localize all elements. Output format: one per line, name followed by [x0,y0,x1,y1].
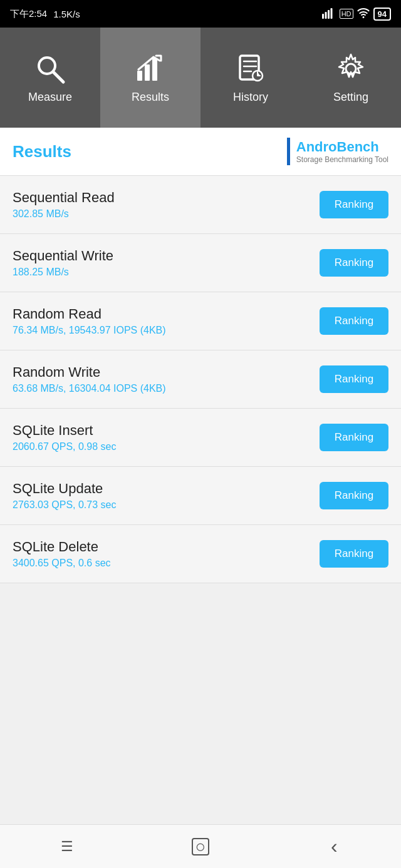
result-value-sequential-read: 302.85 MB/s [13,208,115,220]
tab-measure-label: Measure [28,91,72,104]
results-title: Results [13,142,71,161]
ranking-btn-random-write[interactable]: Ranking [320,365,388,393]
result-row-sqlite-insert: SQLite Insert 2060.67 QPS, 0.98 sec Rank… [0,409,401,467]
tab-navigation: Measure Results History [0,28,401,128]
brand-subtitle: Storage Benchmarking Tool [296,155,388,164]
svg-rect-2 [328,10,330,19]
bottom-nav: ☰ ○ ‹ [0,824,401,868]
ranking-btn-sqlite-insert[interactable]: Ranking [320,424,388,451]
svg-rect-0 [322,14,324,19]
bottom-nav-menu[interactable]: ☰ [48,828,86,865]
result-value-sqlite-delete: 3400.65 QPS, 0.6 sec [13,558,111,569]
history-icon [234,52,268,86]
svg-rect-1 [325,12,326,19]
ranking-btn-random-read[interactable]: Ranking [320,307,388,335]
result-info-random-write: Random Write 63.68 MB/s, 16304.04 IOPS (… [13,364,166,394]
result-info-sqlite-update: SQLite Update 2763.03 QPS, 0.73 sec [13,481,116,511]
svg-rect-6 [137,71,142,81]
result-row-random-write: Random Write 63.68 MB/s, 16304.04 IOPS (… [0,350,401,409]
results-header: Results AndroBench Storage Benchmarking … [0,128,401,176]
brand-name: AndroBench [296,139,388,155]
status-time: 下午2:54 [10,8,47,20]
brand-text: AndroBench Storage Benchmarking Tool [296,139,388,164]
brand-name-1: Andro [296,139,337,155]
back-icon: ‹ [331,835,338,858]
wifi-icon [357,8,370,20]
result-row-sqlite-delete: SQLite Delete 3400.65 QPS, 0.6 sec Ranki… [0,525,401,583]
brand-name-2: Bench [337,139,379,155]
result-row-sequential-read: Sequential Read 302.85 MB/s Ranking [0,176,401,234]
tab-measure[interactable]: Measure [0,28,100,128]
result-info-sqlite-insert: SQLite Insert 2060.67 QPS, 0.98 sec [13,422,116,452]
tab-results[interactable]: Results [100,28,200,128]
tab-results-label: Results [132,91,169,104]
hd-icon: HD [340,9,353,19]
brand-bar-decoration [287,138,290,165]
result-name-sequential-write: Sequential Write [13,248,113,264]
result-row-sqlite-update: SQLite Update 2763.03 QPS, 0.73 sec Rank… [0,467,401,525]
signal-icon [322,8,336,21]
status-bar: 下午2:54 1.5K/s HD 94 [0,0,401,28]
svg-line-5 [53,72,63,82]
status-right: HD 94 [322,8,391,21]
bottom-nav-home[interactable]: ○ [182,828,219,865]
brand-logo: AndroBench Storage Benchmarking Tool [287,138,388,165]
tab-setting-label: Setting [333,91,368,104]
results-list: Sequential Read 302.85 MB/s Ranking Sequ… [0,176,401,583]
result-info-sequential-read: Sequential Read 302.85 MB/s [13,190,115,220]
status-left: 下午2:54 1.5K/s [10,8,80,20]
svg-rect-8 [152,58,157,81]
result-name-random-write: Random Write [13,364,166,380]
ranking-btn-sqlite-update[interactable]: Ranking [320,482,388,509]
menu-icon: ☰ [61,839,73,855]
result-name-sqlite-insert: SQLite Insert [13,422,116,439]
ranking-btn-sequential-write[interactable]: Ranking [320,249,388,277]
result-value-random-write: 63.68 MB/s, 16304.04 IOPS (4KB) [13,383,166,394]
ranking-btn-sqlite-delete[interactable]: Ranking [320,540,388,568]
svg-rect-7 [145,64,150,81]
home-icon: ○ [192,838,209,855]
result-row-random-read: Random Read 76.34 MB/s, 19543.97 IOPS (4… [0,292,401,350]
svg-rect-3 [330,8,332,19]
result-value-sqlite-update: 2763.03 QPS, 0.73 sec [13,499,116,511]
tab-setting[interactable]: Setting [301,28,401,128]
result-name-random-read: Random Read [13,306,166,322]
tab-history[interactable]: History [200,28,301,128]
result-row-sequential-write: Sequential Write 188.25 MB/s Ranking [0,234,401,292]
result-value-random-read: 76.34 MB/s, 19543.97 IOPS (4KB) [13,325,166,336]
search-icon [33,52,67,86]
bottom-nav-back[interactable]: ‹ [315,828,353,865]
result-name-sequential-read: Sequential Read [13,190,115,206]
result-value-sqlite-insert: 2060.67 QPS, 0.98 sec [13,441,116,452]
chart-icon [133,52,167,86]
result-info-random-read: Random Read 76.34 MB/s, 19543.97 IOPS (4… [13,306,166,336]
gear-icon [334,52,368,86]
ranking-btn-sequential-read[interactable]: Ranking [320,191,388,218]
status-speed: 1.5K/s [53,9,80,19]
result-info-sequential-write: Sequential Write 188.25 MB/s [13,248,113,278]
tab-history-label: History [233,91,268,104]
result-info-sqlite-delete: SQLite Delete 3400.65 QPS, 0.6 sec [13,539,111,569]
battery-badge: 94 [373,8,391,21]
result-name-sqlite-update: SQLite Update [13,481,116,497]
result-value-sequential-write: 188.25 MB/s [13,267,113,278]
result-name-sqlite-delete: SQLite Delete [13,539,111,555]
